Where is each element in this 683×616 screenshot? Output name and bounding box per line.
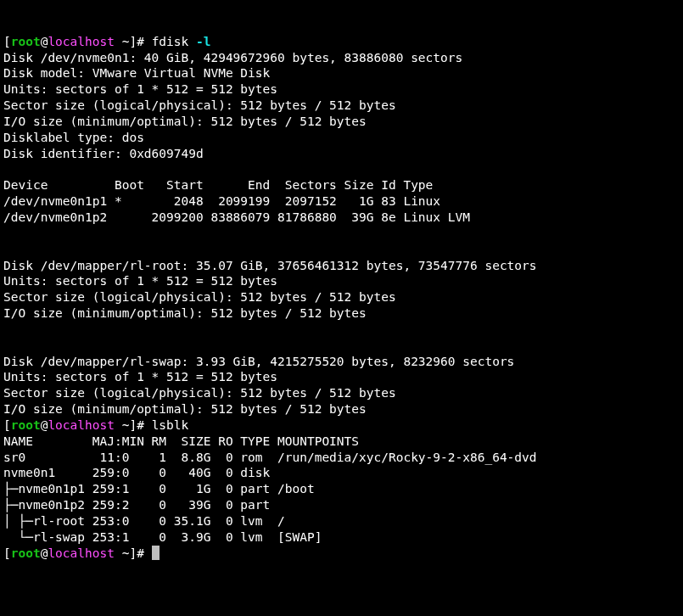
tilde: ~: [115, 35, 129, 48]
disk3-line3: Sector size (logical/physical): 512 byte…: [3, 386, 396, 400]
disk1-line2: Disk model: VMware Virtual NVMe Disk: [3, 66, 270, 80]
disk2-line4: I/O size (minimum/optimal): 512 bytes / …: [3, 306, 367, 320]
disk3-line4: I/O size (minimum/optimal): 512 bytes / …: [3, 402, 367, 416]
cursor: [152, 546, 160, 560]
disk3-line1: Disk /dev/mapper/rl-swap: 3.93 GiB, 4215…: [3, 355, 514, 368]
disk2-line2: Units: sectors of 1 * 512 = 512 bytes: [3, 274, 277, 288]
lsblk-row-rl-swap: └─rl-swap 253:1 0 3.9G 0 lvm [SWAP]: [3, 530, 322, 544]
partition-header: Device Boot Start End Sectors Size Id Ty…: [3, 178, 433, 192]
disk1-line1: Disk /dev/nvme0n1: 40 GiB, 42949672960 b…: [3, 51, 462, 64]
partition-row-2: /dev/nvme0n1p2 2099200 83886079 81786880…: [3, 210, 470, 224]
prompt-line-2: [root@localhost ~]# lsblk: [3, 418, 188, 432]
disk1-line5: I/O size (minimum/optimal): 512 bytes / …: [3, 115, 367, 128]
terminal[interactable]: [root@localhost ~]# fdisk -l Disk /dev/n…: [0, 32, 683, 563]
lsblk-header: NAME MAJ:MIN RM SIZE RO TYPE MOUNTPOINTS: [3, 434, 359, 448]
prompt-line-1: [root@localhost ~]# fdisk -l: [3, 35, 211, 48]
command-fdisk: fdisk: [152, 35, 196, 48]
disk3-line2: Units: sectors of 1 * 512 = 512 bytes: [3, 370, 277, 384]
disk1-line4: Sector size (logical/physical): 512 byte…: [3, 98, 396, 112]
lsblk-row-rl-root: │ ├─rl-root 253:0 0 35.1G 0 lvm /: [3, 514, 285, 528]
lsblk-row-nvme0n1: nvme0n1 259:0 0 40G 0 disk: [3, 466, 270, 479]
disk2-line3: Sector size (logical/physical): 512 byte…: [3, 290, 396, 304]
disk1-line7: Disk identifier: 0xd609749d: [3, 147, 204, 160]
prompt-line-3[interactable]: [root@localhost ~]#: [3, 546, 160, 560]
command-lsblk: lsblk: [152, 418, 189, 432]
lsblk-row-nvme0n1p2: ├─nvme0n1p2 259:2 0 39G 0 part: [3, 498, 270, 512]
lsblk-row-nvme0n1p1: ├─nvme0n1p1 259:1 0 1G 0 part /boot: [3, 482, 315, 496]
bracket-close: ]#: [129, 35, 151, 48]
partition-row-1: /dev/nvme0n1p1 * 2048 2099199 2097152 1G…: [3, 194, 440, 208]
disk1-line3: Units: sectors of 1 * 512 = 512 bytes: [3, 82, 277, 96]
bracket-open: [: [3, 35, 11, 48]
disk2-line1: Disk /dev/mapper/rl-root: 35.07 GiB, 376…: [3, 259, 537, 272]
disk1-line6: Disklabel type: dos: [3, 131, 144, 144]
user: root: [11, 35, 41, 48]
arg-l: -l: [196, 35, 210, 48]
host: localhost: [48, 35, 115, 48]
lsblk-row-sr0: sr0 11:0 1 8.8G 0 rom /run/media/xyc/Roc…: [3, 451, 537, 464]
